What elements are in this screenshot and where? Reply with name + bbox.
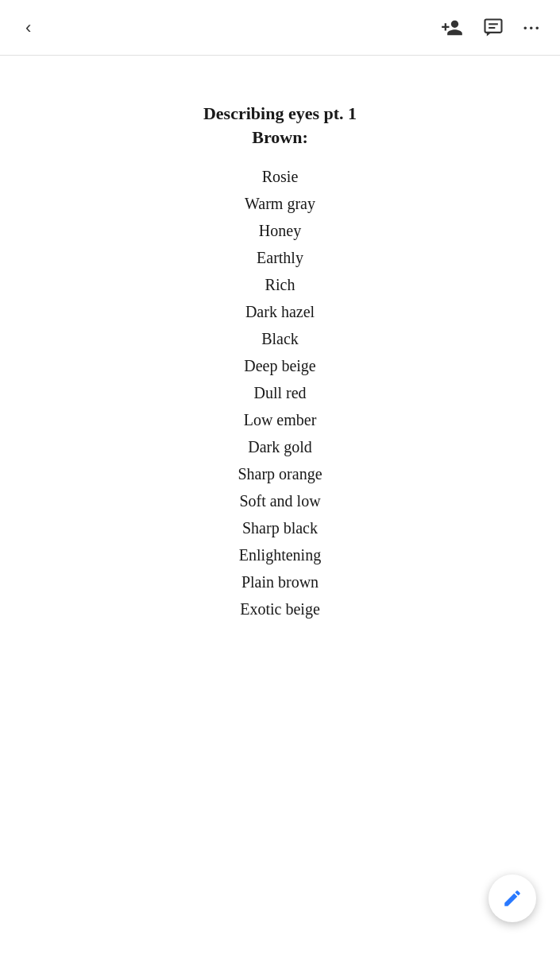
list-item: Earthly [16, 245, 544, 270]
navbar: ‹ ··· [0, 0, 560, 56]
comment-icon[interactable] [482, 17, 504, 39]
list-item: Rich [16, 272, 544, 297]
list-item: Black [16, 326, 544, 351]
list-item: Dark hazel [16, 299, 544, 324]
main-content: Describing eyes pt. 1 Brown: RosieWarm g… [0, 56, 560, 687]
list-item: Sharp orange [16, 461, 544, 487]
more-options-button[interactable]: ··· [523, 17, 542, 38]
list-item: Plain brown [16, 569, 544, 595]
page-subtitle: Brown: [16, 127, 544, 148]
list-item: Sharp black [16, 515, 544, 541]
list-item: Dark gold [16, 434, 544, 460]
items-list: RosieWarm grayHoneyEarthlyRichDark hazel… [16, 164, 544, 622]
list-item: Enlightening [16, 542, 544, 568]
edit-icon [502, 888, 523, 909]
edit-fab-button[interactable] [489, 874, 536, 922]
comment-svg [482, 17, 504, 39]
list-item: Warm gray [16, 191, 544, 216]
back-button[interactable]: ‹ [19, 14, 37, 41]
navbar-right: ··· [441, 17, 542, 39]
page-title: Describing eyes pt. 1 [16, 103, 544, 124]
list-item: Exotic beige [16, 596, 544, 622]
svg-rect-0 [485, 19, 501, 32]
list-item: Deep beige [16, 353, 544, 378]
add-person-svg [441, 17, 463, 39]
navbar-left: ‹ [19, 14, 37, 41]
list-item: Soft and low [16, 488, 544, 514]
list-item: Dull red [16, 380, 544, 405]
list-item: Low ember [16, 407, 544, 432]
list-item: Rosie [16, 164, 544, 189]
list-item: Honey [16, 218, 544, 243]
add-person-icon[interactable] [441, 17, 463, 39]
